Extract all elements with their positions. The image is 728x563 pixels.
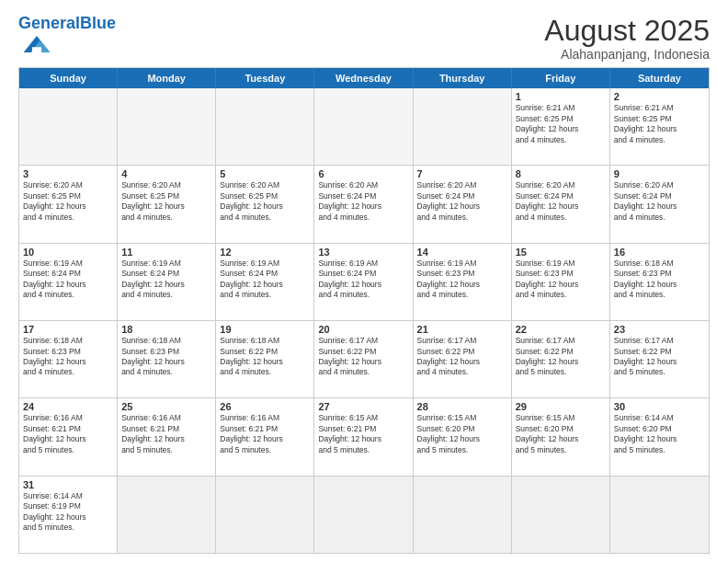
weekday-header-wednesday: Wednesday — [314, 68, 413, 88]
calendar-row-1: 1Sunrise: 6:21 AM Sunset: 6:25 PM Daylig… — [19, 88, 709, 165]
day-info: Sunrise: 6:21 AM Sunset: 6:25 PM Dayligh… — [614, 103, 705, 145]
month-year: August 2025 — [544, 15, 710, 47]
day-number: 19 — [220, 324, 310, 335]
day-info: Sunrise: 6:15 AM Sunset: 6:21 PM Dayligh… — [318, 413, 408, 455]
day-number: 18 — [121, 324, 211, 335]
logo-icon — [20, 31, 53, 57]
weekday-header-tuesday: Tuesday — [216, 68, 314, 88]
day-cell-4: 4Sunrise: 6:20 AM Sunset: 6:25 PM Daylig… — [118, 166, 216, 242]
day-info: Sunrise: 6:18 AM Sunset: 6:23 PM Dayligh… — [614, 259, 705, 301]
calendar-header: SundayMondayTuesdayWednesdayThursdayFrid… — [19, 68, 709, 88]
day-info: Sunrise: 6:19 AM Sunset: 6:24 PM Dayligh… — [220, 259, 310, 301]
empty-cell — [216, 88, 314, 165]
weekday-header-sunday: Sunday — [19, 68, 118, 88]
day-info: Sunrise: 6:18 AM Sunset: 6:23 PM Dayligh… — [23, 336, 113, 378]
day-number: 9 — [614, 168, 705, 179]
day-info: Sunrise: 6:20 AM Sunset: 6:24 PM Dayligh… — [614, 180, 705, 223]
calendar-row-4: 17Sunrise: 6:18 AM Sunset: 6:23 PM Dayli… — [19, 320, 709, 397]
day-number: 4 — [121, 168, 211, 179]
day-info: Sunrise: 6:17 AM Sunset: 6:22 PM Dayligh… — [318, 336, 408, 378]
day-cell-29: 29Sunrise: 6:15 AM Sunset: 6:20 PM Dayli… — [512, 398, 610, 475]
day-number: 30 — [614, 401, 705, 412]
day-number: 17 — [23, 324, 113, 335]
day-cell-24: 24Sunrise: 6:16 AM Sunset: 6:21 PM Dayli… — [19, 398, 118, 475]
day-cell-11: 11Sunrise: 6:19 AM Sunset: 6:24 PM Dayli… — [118, 244, 216, 320]
logo-blue: Blue — [80, 14, 116, 32]
day-cell-8: 8Sunrise: 6:20 AM Sunset: 6:24 PM Daylig… — [512, 166, 610, 242]
day-info: Sunrise: 6:19 AM Sunset: 6:24 PM Dayligh… — [318, 259, 408, 301]
day-cell-31: 31Sunrise: 6:14 AM Sunset: 6:19 PM Dayli… — [19, 477, 118, 553]
svg-rect-2 — [32, 47, 41, 52]
day-cell-13: 13Sunrise: 6:19 AM Sunset: 6:24 PM Dayli… — [314, 244, 413, 320]
empty-cell — [19, 88, 118, 165]
empty-cell — [118, 88, 216, 165]
day-cell-3: 3Sunrise: 6:20 AM Sunset: 6:25 PM Daylig… — [19, 166, 118, 242]
day-cell-21: 21Sunrise: 6:17 AM Sunset: 6:22 PM Dayli… — [414, 321, 512, 397]
day-info: Sunrise: 6:17 AM Sunset: 6:22 PM Dayligh… — [516, 336, 606, 378]
day-info: Sunrise: 6:17 AM Sunset: 6:22 PM Dayligh… — [417, 336, 507, 378]
day-number: 23 — [614, 324, 705, 335]
day-number: 2 — [614, 91, 705, 102]
day-info: Sunrise: 6:18 AM Sunset: 6:23 PM Dayligh… — [121, 336, 211, 378]
weekday-header-monday: Monday — [118, 68, 216, 88]
day-cell-1: 1Sunrise: 6:21 AM Sunset: 6:25 PM Daylig… — [512, 88, 610, 165]
day-number: 26 — [220, 401, 310, 412]
day-number: 21 — [417, 324, 507, 335]
day-cell-2: 2Sunrise: 6:21 AM Sunset: 6:25 PM Daylig… — [610, 88, 709, 165]
day-cell-5: 5Sunrise: 6:20 AM Sunset: 6:25 PM Daylig… — [216, 166, 314, 242]
page: GeneralBlue August 2025 Alahanpanjang, I… — [0, 0, 728, 563]
day-number: 3 — [23, 168, 113, 179]
calendar-row-5: 24Sunrise: 6:16 AM Sunset: 6:21 PM Dayli… — [19, 397, 709, 475]
empty-cell — [118, 477, 216, 553]
day-number: 15 — [516, 247, 606, 258]
day-number: 10 — [23, 247, 113, 258]
day-info: Sunrise: 6:20 AM Sunset: 6:25 PM Dayligh… — [220, 180, 310, 223]
day-cell-15: 15Sunrise: 6:19 AM Sunset: 6:23 PM Dayli… — [512, 244, 610, 320]
empty-cell — [512, 477, 610, 553]
day-info: Sunrise: 6:20 AM Sunset: 6:24 PM Dayligh… — [417, 180, 507, 223]
day-cell-16: 16Sunrise: 6:18 AM Sunset: 6:23 PM Dayli… — [610, 244, 709, 320]
day-number: 1 — [516, 91, 606, 102]
title-block: August 2025 Alahanpanjang, Indonesia — [544, 15, 710, 62]
day-info: Sunrise: 6:15 AM Sunset: 6:20 PM Dayligh… — [516, 413, 606, 455]
day-number: 29 — [516, 401, 606, 412]
empty-cell — [414, 88, 512, 165]
day-info: Sunrise: 6:19 AM Sunset: 6:24 PM Dayligh… — [121, 259, 211, 301]
day-info: Sunrise: 6:15 AM Sunset: 6:20 PM Dayligh… — [417, 413, 507, 455]
calendar: SundayMondayTuesdayWednesdayThursdayFrid… — [18, 67, 710, 554]
day-info: Sunrise: 6:19 AM Sunset: 6:24 PM Dayligh… — [23, 259, 113, 301]
day-number: 13 — [318, 247, 408, 258]
calendar-row-6: 31Sunrise: 6:14 AM Sunset: 6:19 PM Dayli… — [19, 476, 709, 553]
location: Alahanpanjang, Indonesia — [544, 47, 710, 62]
day-number: 12 — [220, 247, 310, 258]
day-number: 20 — [318, 324, 408, 335]
day-cell-30: 30Sunrise: 6:14 AM Sunset: 6:20 PM Dayli… — [610, 398, 709, 475]
day-number: 14 — [417, 247, 507, 258]
day-cell-23: 23Sunrise: 6:17 AM Sunset: 6:22 PM Dayli… — [610, 321, 709, 397]
empty-cell — [314, 477, 413, 553]
day-number: 5 — [220, 168, 310, 179]
day-info: Sunrise: 6:16 AM Sunset: 6:21 PM Dayligh… — [220, 413, 310, 455]
weekday-header-saturday: Saturday — [610, 68, 709, 88]
day-cell-26: 26Sunrise: 6:16 AM Sunset: 6:21 PM Dayli… — [216, 398, 314, 475]
day-info: Sunrise: 6:20 AM Sunset: 6:25 PM Dayligh… — [23, 180, 113, 223]
day-info: Sunrise: 6:20 AM Sunset: 6:24 PM Dayligh… — [318, 180, 408, 223]
day-cell-22: 22Sunrise: 6:17 AM Sunset: 6:22 PM Dayli… — [512, 321, 610, 397]
calendar-body: 1Sunrise: 6:21 AM Sunset: 6:25 PM Daylig… — [19, 88, 709, 553]
day-info: Sunrise: 6:19 AM Sunset: 6:23 PM Dayligh… — [417, 259, 507, 301]
day-cell-18: 18Sunrise: 6:18 AM Sunset: 6:23 PM Dayli… — [118, 321, 216, 397]
day-info: Sunrise: 6:18 AM Sunset: 6:22 PM Dayligh… — [220, 336, 310, 378]
day-number: 28 — [417, 401, 507, 412]
empty-cell — [414, 477, 512, 553]
day-info: Sunrise: 6:17 AM Sunset: 6:22 PM Dayligh… — [614, 336, 705, 378]
empty-cell — [314, 88, 413, 165]
day-number: 11 — [121, 247, 211, 258]
day-number: 6 — [318, 168, 408, 179]
calendar-row-3: 10Sunrise: 6:19 AM Sunset: 6:24 PM Dayli… — [19, 243, 709, 320]
calendar-row-2: 3Sunrise: 6:20 AM Sunset: 6:25 PM Daylig… — [19, 165, 709, 242]
day-info: Sunrise: 6:20 AM Sunset: 6:24 PM Dayligh… — [516, 180, 606, 223]
day-info: Sunrise: 6:21 AM Sunset: 6:25 PM Dayligh… — [516, 103, 606, 145]
day-cell-9: 9Sunrise: 6:20 AM Sunset: 6:24 PM Daylig… — [610, 166, 709, 242]
day-cell-10: 10Sunrise: 6:19 AM Sunset: 6:24 PM Dayli… — [19, 244, 118, 320]
day-info: Sunrise: 6:14 AM Sunset: 6:20 PM Dayligh… — [614, 413, 705, 455]
